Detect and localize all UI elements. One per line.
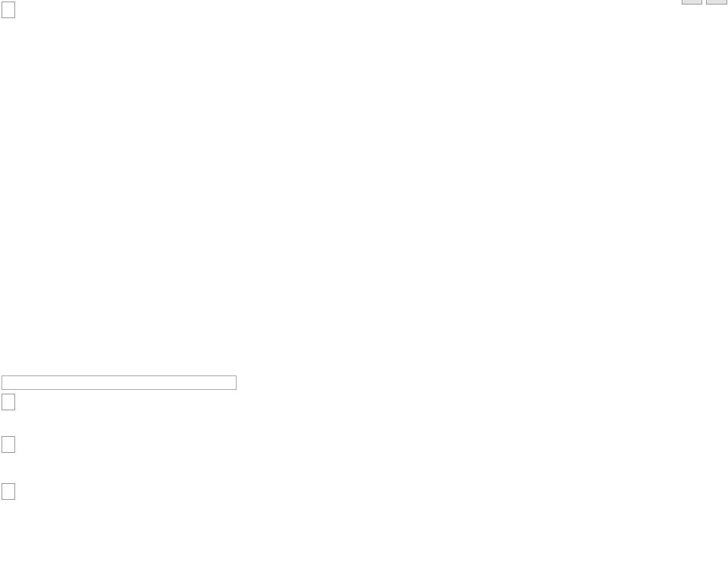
volume-panel-header xyxy=(2,394,15,410)
price-panel-header xyxy=(2,2,15,18)
scroll-button-partial[interactable] xyxy=(706,0,727,5)
copyright-bar xyxy=(2,375,237,390)
scroll-button-partial[interactable] xyxy=(682,0,702,5)
charts-canvas xyxy=(0,0,728,581)
rsi-panel-header xyxy=(2,483,15,500)
trading-app-window: { "price_panel": { "title": "Prix", "ico… xyxy=(0,0,728,581)
macd-panel-header xyxy=(2,436,15,453)
